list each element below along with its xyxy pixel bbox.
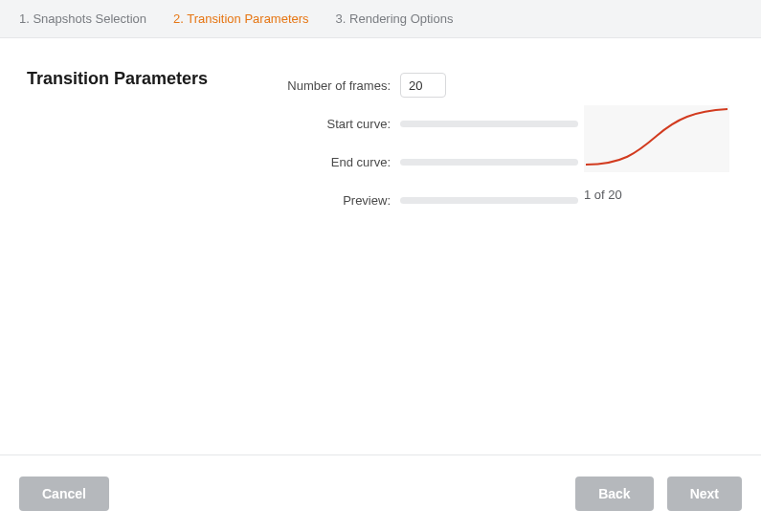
input-number-of-frames[interactable] [400, 73, 446, 98]
label-number-of-frames: Number of frames: [287, 78, 400, 93]
preview-counter: 1 of 20 [584, 188, 622, 202]
footer-bar: Cancel Back Next [0, 454, 761, 532]
footer-right-group: Back Next [575, 477, 742, 511]
slider-preview[interactable] [400, 197, 578, 204]
label-start-curve: Start curve: [287, 117, 400, 131]
slider-end-curve[interactable] [400, 159, 578, 166]
back-button[interactable]: Back [575, 477, 653, 511]
step-snapshots-selection[interactable]: 1. Snapshots Selection [19, 11, 146, 26]
curve-preview-box [584, 105, 729, 172]
wizard-steps-bar: 1. Snapshots Selection 2. Transition Par… [0, 0, 761, 38]
next-button[interactable]: Next [667, 477, 742, 511]
cancel-button[interactable]: Cancel [19, 477, 109, 511]
step-transition-parameters[interactable]: 2. Transition Parameters [173, 11, 309, 26]
label-preview: Preview: [287, 193, 400, 208]
row-number-of-frames: Number of frames: [287, 75, 742, 96]
step-rendering-options[interactable]: 3. Rendering Options [336, 11, 454, 26]
row-preview: Preview: [287, 189, 742, 211]
label-end-curve: End curve: [287, 155, 400, 169]
slider-start-curve[interactable] [400, 121, 578, 127]
curve-graph-icon [584, 105, 729, 172]
